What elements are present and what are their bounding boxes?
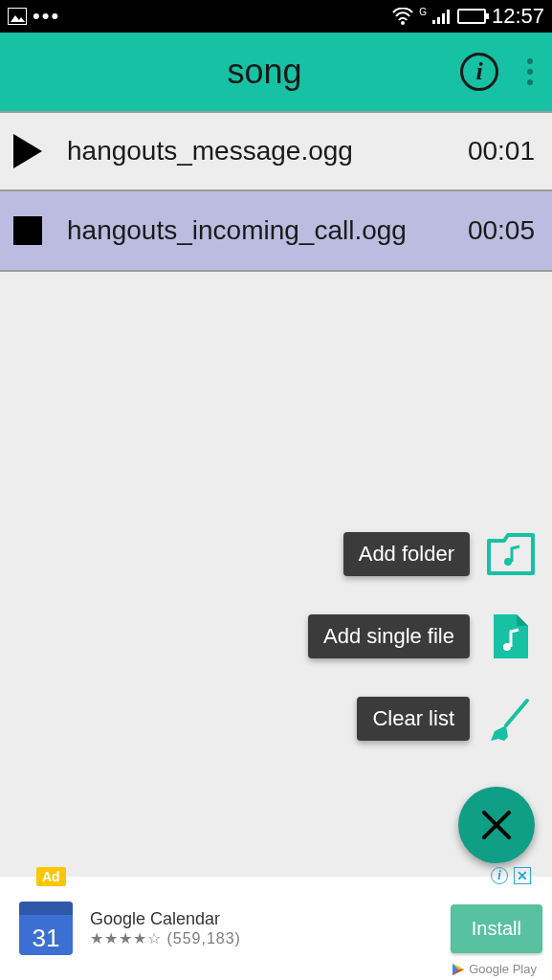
track-list: hangouts_message.ogg 00:01 hangouts_inco…: [0, 111, 552, 272]
file-music-icon[interactable]: [487, 612, 535, 660]
svg-line-9: [506, 701, 527, 725]
fab-item-add-file[interactable]: Add single file: [308, 612, 535, 660]
svg-rect-3: [432, 20, 435, 24]
image-icon: [8, 8, 27, 25]
svg-rect-4: [437, 17, 440, 24]
network-type: G: [419, 7, 427, 17]
ad-rating: ★★★★☆ (559,183): [90, 929, 451, 947]
close-icon: [480, 809, 513, 841]
install-button[interactable]: Install: [451, 904, 542, 953]
track-name: hangouts_message.ogg: [67, 136, 468, 167]
store-attribution: Google Play: [452, 962, 537, 976]
svg-rect-0: [8, 8, 27, 25]
app-bar: song i: [0, 33, 552, 111]
ad-info-icon[interactable]: i: [491, 867, 508, 884]
broom-icon[interactable]: [487, 695, 535, 743]
more-dots-icon: •••: [33, 4, 60, 29]
track-duration: 00:05: [468, 215, 535, 246]
page-title: song: [69, 52, 460, 92]
stop-icon[interactable]: [13, 216, 42, 245]
fab-item-clear-list[interactable]: Clear list: [357, 695, 535, 743]
battery-icon: [457, 9, 486, 24]
svg-marker-1: [11, 15, 25, 22]
track-row[interactable]: hangouts_incoming_call.ogg 00:05: [0, 191, 552, 272]
ad-badge: Ad: [36, 867, 66, 886]
fab-label: Clear list: [357, 697, 470, 741]
calendar-app-icon: 31: [19, 902, 73, 955]
ad-close-icon[interactable]: ✕: [514, 867, 531, 884]
track-duration: 00:01: [468, 136, 535, 167]
ad-title: Google Calendar: [90, 909, 451, 929]
svg-point-2: [401, 21, 405, 25]
status-left: •••: [8, 4, 60, 29]
play-store-icon: [452, 963, 465, 976]
fab-menu: Add folder Add single file Clear list: [308, 530, 535, 863]
signal-icon: [432, 9, 452, 24]
status-right: G 12:57: [392, 4, 544, 29]
clock: 12:57: [492, 4, 544, 29]
play-icon[interactable]: [13, 134, 42, 168]
track-name: hangouts_incoming_call.ogg: [67, 215, 468, 246]
svg-rect-5: [442, 13, 445, 24]
ad-banner[interactable]: Ad i ✕ 31 Google Calendar ★★★★☆ (559,183…: [0, 877, 552, 980]
ad-text: Google Calendar ★★★★☆ (559,183): [90, 909, 451, 947]
fab-item-add-folder[interactable]: Add folder: [343, 530, 535, 578]
info-icon[interactable]: i: [460, 53, 498, 91]
wifi-icon: [392, 8, 413, 25]
track-row[interactable]: hangouts_message.ogg 00:01: [0, 111, 552, 191]
status-bar: ••• G 12:57: [0, 0, 552, 33]
overflow-menu-icon[interactable]: [519, 58, 541, 85]
fab-label: Add folder: [343, 532, 470, 576]
folder-music-icon[interactable]: [487, 530, 535, 578]
svg-rect-6: [447, 10, 450, 24]
fab-close-button[interactable]: [458, 787, 535, 863]
fab-label: Add single file: [308, 614, 470, 658]
